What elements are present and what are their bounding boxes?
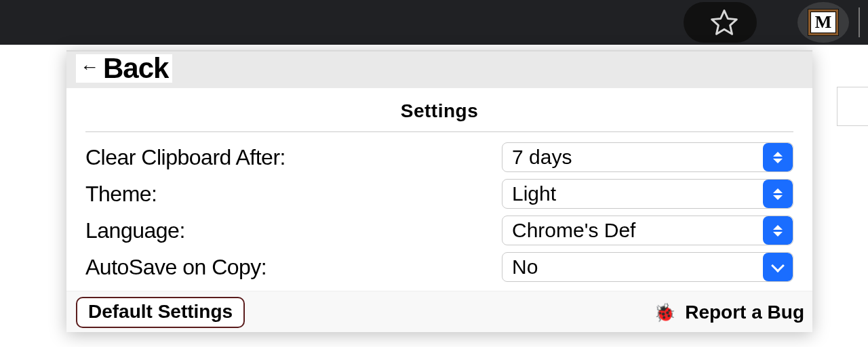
row-theme: Theme: Light xyxy=(85,176,793,212)
select-stepper-icon xyxy=(763,143,793,171)
back-arrow-icon: ← xyxy=(76,58,103,79)
back-label: Back xyxy=(103,54,168,83)
row-label: AutoSave on Copy: xyxy=(85,255,267,280)
select-value: 7 days xyxy=(502,146,763,169)
select-value: No xyxy=(502,256,763,279)
row-label: Theme: xyxy=(85,182,157,207)
browser-toolbar: M xyxy=(0,0,868,45)
row-clear-clipboard: Clear Clipboard After: 7 days xyxy=(85,139,793,176)
extension-icon-glyph: M xyxy=(810,12,836,33)
extension-icon: M xyxy=(808,9,839,36)
row-label: Language: xyxy=(85,218,185,243)
autosave-select[interactable]: No xyxy=(502,252,793,282)
clear-clipboard-select[interactable]: 7 days xyxy=(502,142,793,172)
bookmark-star-button[interactable] xyxy=(684,2,757,43)
select-value: Chrome's Def xyxy=(502,219,763,242)
select-stepper-icon xyxy=(763,180,793,208)
row-language: Language: Chrome's Def xyxy=(85,212,793,249)
bug-icon: 🐞 xyxy=(654,302,675,323)
default-settings-button[interactable]: Default Settings xyxy=(76,297,245,328)
settings-popup: ← Back Settings Clear Clipboard After: 7… xyxy=(66,50,812,332)
language-select[interactable]: Chrome's Def xyxy=(502,216,793,245)
toolbar-separator xyxy=(859,7,860,37)
popup-header: ← Back xyxy=(66,50,812,88)
select-value: Light xyxy=(502,182,763,205)
row-autosave: AutoSave on Copy: No xyxy=(85,249,793,285)
back-button[interactable]: ← Back xyxy=(76,54,172,83)
star-icon xyxy=(709,7,739,37)
extension-button[interactable]: M xyxy=(797,2,849,43)
settings-rows: Clear Clipboard After: 7 days Theme: Lig… xyxy=(66,132,812,291)
background-page-stub xyxy=(837,87,868,126)
theme-select[interactable]: Light xyxy=(502,179,793,209)
popup-footer: Default Settings 🐞 Report a Bug xyxy=(66,291,812,332)
settings-title: Settings xyxy=(66,88,812,131)
report-bug-link[interactable]: 🐞 Report a Bug xyxy=(654,302,804,323)
chevron-down-icon xyxy=(763,253,793,281)
select-stepper-icon xyxy=(763,216,793,245)
report-bug-label: Report a Bug xyxy=(685,302,804,323)
row-label: Clear Clipboard After: xyxy=(85,145,285,170)
